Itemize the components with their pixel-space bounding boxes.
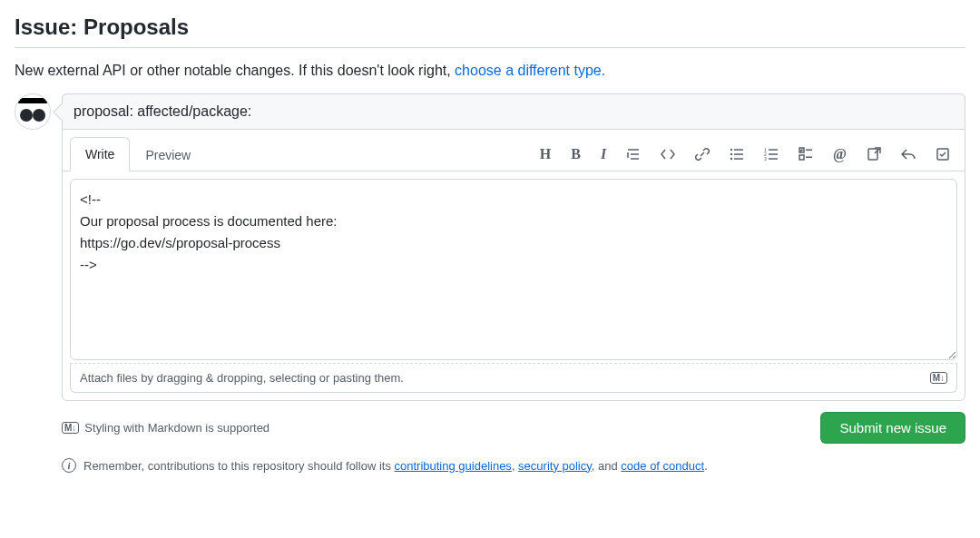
- reply-icon[interactable]: [897, 143, 919, 165]
- ordered-list-icon[interactable]: 123: [760, 143, 782, 165]
- svg-rect-5: [734, 158, 743, 160]
- bold-icon[interactable]: B: [567, 143, 584, 165]
- svg-rect-16: [868, 149, 877, 160]
- attach-bar[interactable]: Attach files by dragging & dropping, sel…: [70, 363, 957, 393]
- tab-write[interactable]: Write: [70, 137, 130, 171]
- svg-rect-13: [806, 149, 812, 151]
- svg-point-2: [730, 157, 732, 159]
- svg-point-0: [730, 148, 732, 150]
- security-policy-link[interactable]: security policy: [518, 459, 592, 473]
- styling-hint[interactable]: M↓ Styling with Markdown is supported: [62, 421, 270, 435]
- attach-hint: Attach files by dragging & dropping, sel…: [80, 371, 404, 385]
- issue-body-textarea[interactable]: [70, 179, 957, 360]
- page-title: Issue: Proposals: [15, 15, 965, 47]
- link-icon[interactable]: [691, 143, 713, 165]
- svg-point-1: [730, 152, 732, 154]
- svg-rect-9: [769, 149, 778, 151]
- markdown-toolbar: H B I 123 @: [536, 143, 957, 165]
- svg-rect-15: [806, 156, 812, 158]
- task-list-icon[interactable]: [795, 143, 817, 165]
- quote-icon[interactable]: [622, 143, 644, 165]
- cross-reference-icon[interactable]: [863, 143, 885, 165]
- svg-rect-3: [734, 149, 743, 151]
- info-icon: i: [62, 458, 76, 473]
- svg-rect-4: [734, 153, 743, 155]
- styling-hint-text: Styling with Markdown is supported: [84, 421, 270, 435]
- svg-rect-11: [769, 158, 778, 160]
- description-text: New external API or other notable change…: [15, 63, 455, 78]
- submit-button[interactable]: Submit new issue: [820, 412, 965, 444]
- contributing-guidelines-link[interactable]: contributing guidelines: [395, 459, 512, 473]
- svg-rect-10: [769, 153, 778, 155]
- italic-icon[interactable]: I: [597, 143, 610, 165]
- markdown-badge-icon: M↓: [62, 422, 79, 434]
- issue-title-input[interactable]: [62, 93, 965, 130]
- svg-rect-14: [799, 155, 804, 160]
- tab-preview[interactable]: Preview: [130, 137, 206, 171]
- code-of-conduct-link[interactable]: code of conduct: [621, 459, 704, 473]
- unordered-list-icon[interactable]: [726, 143, 748, 165]
- svg-text:3: 3: [764, 156, 767, 161]
- issue-composer: Write Preview H B I 123 @: [62, 93, 965, 401]
- editor-tab-header: Write Preview H B I 123 @: [63, 137, 965, 171]
- code-icon[interactable]: [657, 143, 679, 165]
- choose-type-link[interactable]: choose a different type.: [455, 63, 605, 78]
- contribution-note: i Remember, contributions to this reposi…: [62, 458, 965, 473]
- heading-icon[interactable]: H: [536, 143, 554, 165]
- divider: [15, 47, 965, 48]
- diff-icon[interactable]: [932, 143, 954, 165]
- markdown-badge-icon: M↓: [930, 372, 947, 384]
- description: New external API or other notable change…: [15, 63, 965, 79]
- avatar[interactable]: [15, 93, 51, 130]
- mention-icon[interactable]: @: [829, 143, 850, 165]
- contrib-prefix: Remember, contributions to this reposito…: [83, 459, 395, 473]
